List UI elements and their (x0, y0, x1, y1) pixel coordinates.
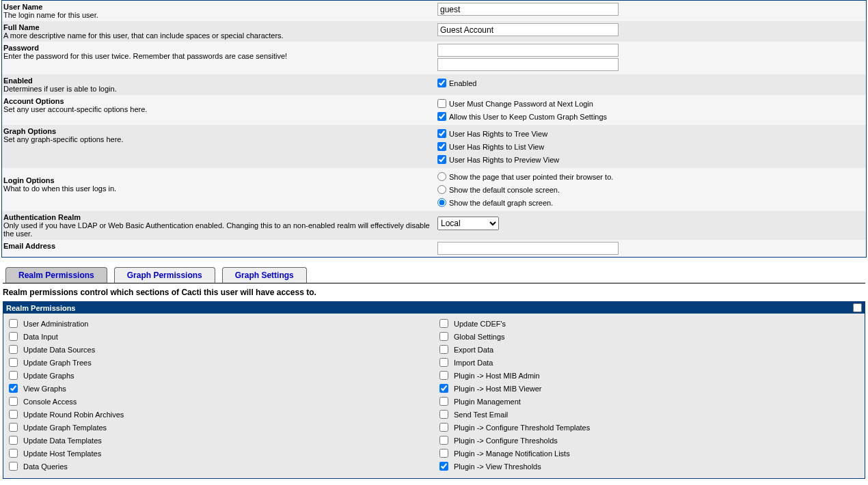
perm-label: Plugin -> Host MIB Admin (454, 372, 540, 380)
option-label: User Has Rights to Tree View (449, 130, 547, 138)
perm-checkbox[interactable] (9, 319, 18, 328)
perm-item: View Graphs (3, 382, 434, 395)
perm-item: Console Access (3, 395, 434, 408)
checkbox-option: User Has Rights to Tree View (437, 127, 865, 140)
perm-checkbox[interactable] (439, 410, 448, 419)
row-enabled: Enabled Determines if user is able to lo… (2, 74, 866, 95)
password-input-1[interactable] (437, 44, 619, 57)
option-checkbox[interactable] (437, 142, 446, 151)
perm-checkbox[interactable] (439, 384, 448, 393)
perm-label: Plugin -> Configure Threshold Templates (454, 424, 590, 432)
label-password: Password Enter the password for this use… (2, 42, 436, 74)
perm-checkbox[interactable] (439, 449, 448, 458)
fullname-input[interactable] (437, 23, 619, 36)
option-label: User Has Rights to Preview View (449, 156, 559, 164)
perm-item: Plugin -> Host MIB Viewer (434, 382, 865, 395)
row-email: Email Address (2, 240, 866, 257)
perm-checkbox[interactable] (439, 423, 448, 432)
option-radio[interactable] (437, 198, 446, 207)
perm-checkbox[interactable] (9, 371, 18, 380)
tab-description: Realm permissions control which sections… (0, 283, 868, 301)
perm-item: Update Host Templates (3, 447, 434, 460)
realm-permissions-section: Realm Permissions User AdministrationDat… (3, 301, 865, 479)
perm-label: Console Access (23, 398, 77, 406)
perm-item: Update CDEF's (434, 317, 865, 330)
perm-item: Update Data Templates (3, 434, 434, 447)
perm-item: Plugin Management (434, 395, 865, 408)
perm-item: User Administration (3, 317, 434, 330)
option-label: Show the default console screen. (449, 186, 560, 194)
perm-label: Update Data Sources (23, 346, 95, 354)
password-input-2[interactable] (437, 58, 619, 71)
enabled-checkbox-label: Enabled (449, 79, 476, 87)
perm-label: Plugin -> Configure Thresholds (454, 436, 558, 445)
row-graph-options: Graph Options Set any graph-specific opt… (2, 125, 866, 168)
perm-checkbox[interactable] (9, 423, 18, 432)
perm-label: Global Settings (454, 333, 505, 341)
row-password: Password Enter the password for this use… (2, 42, 866, 74)
perm-checkbox[interactable] (439, 332, 448, 341)
perm-checkbox[interactable] (439, 319, 448, 328)
email-input[interactable] (437, 242, 619, 255)
enabled-checkbox[interactable] (437, 79, 446, 87)
checkbox-option: User Has Rights to Preview View (437, 153, 865, 166)
perm-label: Update Host Templates (23, 449, 101, 458)
user-form-container: User Name The login name for this user. … (1, 0, 867, 258)
select-all-checkbox[interactable] (853, 303, 862, 312)
perm-item: Export Data (434, 343, 865, 356)
perm-item: Update Graphs (3, 369, 434, 382)
auth-realm-select[interactable]: Local (437, 217, 499, 230)
label-graph-options: Graph Options Set any graph-specific opt… (2, 125, 436, 168)
perm-checkbox[interactable] (9, 410, 18, 419)
perm-checkbox[interactable] (439, 436, 448, 445)
perm-checkbox[interactable] (9, 397, 18, 406)
tab-graph-permissions[interactable]: Graph Permissions (114, 267, 215, 283)
perm-label: Send Test Email (454, 411, 508, 419)
tab-link[interactable]: Graph Permissions (127, 271, 202, 280)
option-radio[interactable] (437, 185, 446, 194)
perm-checkbox[interactable] (439, 345, 448, 354)
username-input[interactable] (437, 3, 619, 16)
perm-label: Update Graph Trees (23, 359, 92, 367)
perm-label: Update Round Robin Archives (23, 411, 124, 419)
row-account-options: Account Options Set any user account-spe… (2, 95, 866, 125)
checkbox-option: Allow this User to Keep Custom Graph Set… (437, 110, 865, 123)
perm-item: Send Test Email (434, 408, 865, 421)
option-checkbox[interactable] (437, 155, 446, 164)
perm-checkbox[interactable] (9, 436, 18, 445)
perm-label: Plugin -> View Thresholds (454, 462, 541, 471)
perm-item: Global Settings (434, 330, 865, 343)
tab-graph-settings[interactable]: Graph Settings (222, 267, 307, 283)
perm-label: View Graphs (23, 385, 66, 393)
perm-label: Update Graph Templates (23, 424, 107, 432)
label-fullname: Full Name A more descriptive name for th… (2, 21, 436, 42)
perm-checkbox[interactable] (9, 345, 18, 354)
tab-link[interactable]: Graph Settings (235, 271, 294, 280)
perm-item: Update Data Sources (3, 343, 434, 356)
perm-checkbox[interactable] (439, 358, 448, 367)
tab-realm-permissions[interactable]: Realm Permissions (5, 267, 107, 283)
option-label: Show the page that user pointed their br… (449, 173, 613, 181)
perm-checkbox[interactable] (9, 462, 18, 471)
option-radio[interactable] (437, 172, 446, 181)
perm-label: User Administration (23, 320, 88, 328)
option-label: Allow this User to Keep Custom Graph Set… (449, 113, 607, 121)
radio-option: Show the default console screen. (437, 183, 865, 196)
perm-checkbox[interactable] (439, 462, 448, 471)
perm-checkbox[interactable] (439, 371, 448, 380)
tab-link[interactable]: Realm Permissions (18, 271, 94, 280)
perm-checkbox[interactable] (9, 332, 18, 341)
perm-checkbox[interactable] (9, 449, 18, 458)
radio-option: Show the default graph screen. (437, 196, 865, 209)
perm-checkbox[interactable] (9, 358, 18, 367)
option-checkbox[interactable] (437, 112, 446, 121)
option-checkbox[interactable] (437, 129, 446, 138)
realm-permissions-header: Realm Permissions (3, 302, 865, 314)
option-label: User Must Change Password at Next Login (449, 100, 593, 108)
perm-checkbox[interactable] (9, 384, 18, 393)
perm-checkbox[interactable] (439, 397, 448, 406)
perm-label: Plugin -> Host MIB Viewer (454, 385, 542, 393)
option-checkbox[interactable] (437, 99, 446, 108)
label-login-options: Login Options What to do when this user … (2, 168, 436, 211)
row-auth-realm: Authentication Realm Only used if you ha… (2, 211, 866, 240)
